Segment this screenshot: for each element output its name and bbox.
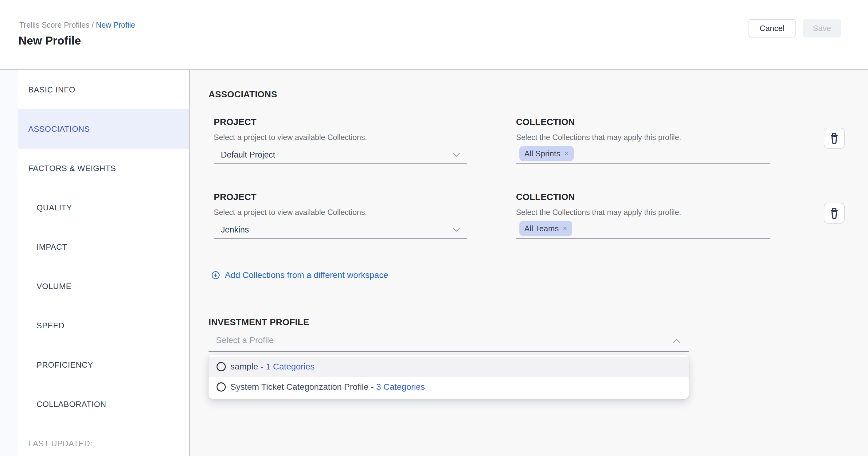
collection-description: Select the Collections that may apply th… [516, 208, 770, 217]
sidebar-item-factors-weights[interactable]: FACTORS & WEIGHTS [19, 149, 189, 188]
sidebar: BASIC INFO ASSOCIATIONS FACTORS & WEIGHT… [19, 70, 190, 456]
add-collections-link[interactable]: Add Collections from a different workspa… [211, 270, 388, 280]
project-field: PROJECT Select a project to view availab… [214, 192, 467, 239]
delete-association-button[interactable] [824, 128, 845, 149]
sidebar-last-updated-label: LAST UPDATED: [19, 424, 189, 457]
radio-icon[interactable] [217, 383, 226, 392]
breadcrumb-separator: / [89, 21, 96, 29]
sidebar-item-impact[interactable]: IMPACT [19, 227, 189, 267]
collection-tags-input[interactable]: All Sprints × [516, 146, 770, 164]
profile-dropdown: sample - 1 Categories System Ticket Cate… [209, 355, 689, 399]
project-field: PROJECT Select a project to view availab… [214, 117, 467, 164]
collection-tag-label: All Sprints [524, 149, 560, 158]
left-gutter [0, 70, 19, 456]
project-select-value: Jenkins [214, 225, 249, 235]
tag-remove-icon[interactable]: × [562, 224, 567, 233]
investment-profile-select[interactable]: Select a Profile [209, 330, 689, 352]
chevron-up-icon [673, 338, 681, 343]
investment-profile-title: INVESTMENT PROFILE [209, 317, 868, 327]
breadcrumb-current-link[interactable]: New Profile [96, 21, 135, 29]
project-description: Select a project to view available Colle… [214, 133, 467, 142]
collection-field: COLLECTION Select the Collections that m… [516, 117, 770, 164]
sidebar-item-quality[interactable]: QUALITY [19, 188, 189, 227]
option-name: sample - [230, 362, 263, 372]
save-button[interactable]: Save [803, 19, 841, 37]
breadcrumb: Trellis Score Profiles / New Profile [19, 20, 135, 29]
option-categories-link[interactable]: 1 Categories [266, 362, 314, 372]
project-select-value: Default Project [214, 150, 275, 160]
project-label: PROJECT [214, 192, 467, 202]
page-header: Trellis Score Profiles / New Profile New… [0, 0, 868, 70]
cancel-button[interactable]: Cancel [748, 19, 796, 37]
project-description: Select a project to view available Colle… [214, 208, 467, 217]
collection-field: COLLECTION Select the Collections that m… [516, 192, 770, 239]
profile-option-system-ticket[interactable]: System Ticket Categorization Profile - 3… [209, 377, 689, 397]
main-panel: ASSOCIATIONS PROJECT Select a project to… [190, 70, 868, 456]
collection-tag: All Sprints × [519, 146, 574, 161]
collection-tag-label: All Teams [524, 224, 559, 234]
header-actions: Cancel Save [748, 19, 841, 37]
plus-circle-icon [211, 271, 220, 279]
profile-select-placeholder: Select a Profile [209, 335, 274, 345]
page-title: New Profile [19, 34, 81, 47]
trash-icon [829, 207, 840, 219]
sidebar-item-collaboration[interactable]: COLLABORATION [19, 385, 189, 424]
association-row: PROJECT Select a project to view availab… [209, 192, 868, 239]
chevron-down-icon [453, 152, 460, 157]
chevron-down-icon [453, 227, 460, 232]
add-collections-label: Add Collections from a different workspa… [225, 270, 388, 280]
sidebar-item-volume[interactable]: VOLUME [19, 267, 189, 306]
sidebar-item-associations[interactable]: ASSOCIATIONS [19, 109, 189, 149]
collection-label: COLLECTION [516, 117, 770, 127]
collection-tag: All Teams × [519, 221, 572, 236]
radio-icon[interactable] [217, 362, 226, 371]
option-categories-link[interactable]: 3 Categories [376, 382, 425, 392]
collection-tags-input[interactable]: All Teams × [516, 221, 770, 239]
content-area: BASIC INFO ASSOCIATIONS FACTORS & WEIGHT… [0, 70, 868, 456]
collection-description: Select the Collections that may apply th… [516, 133, 770, 142]
profile-option-sample[interactable]: sample - 1 Categories [209, 357, 689, 377]
sidebar-item-speed[interactable]: SPEED [19, 306, 189, 345]
associations-section-title: ASSOCIATIONS [209, 89, 868, 99]
breadcrumb-parent-link[interactable]: Trellis Score Profiles [19, 21, 89, 29]
sidebar-item-basic-info[interactable]: BASIC INFO [19, 70, 189, 109]
project-select[interactable]: Default Project [214, 146, 467, 164]
sidebar-item-proficiency[interactable]: PROFICIENCY [19, 345, 189, 385]
delete-association-button[interactable] [824, 203, 845, 223]
collection-label: COLLECTION [516, 192, 770, 202]
project-label: PROJECT [214, 117, 467, 127]
option-name: System Ticket Categorization Profile - [230, 382, 374, 392]
tag-remove-icon[interactable]: × [564, 150, 569, 158]
trash-icon [829, 132, 840, 144]
association-row: PROJECT Select a project to view availab… [209, 117, 868, 164]
project-select[interactable]: Jenkins [214, 221, 467, 239]
